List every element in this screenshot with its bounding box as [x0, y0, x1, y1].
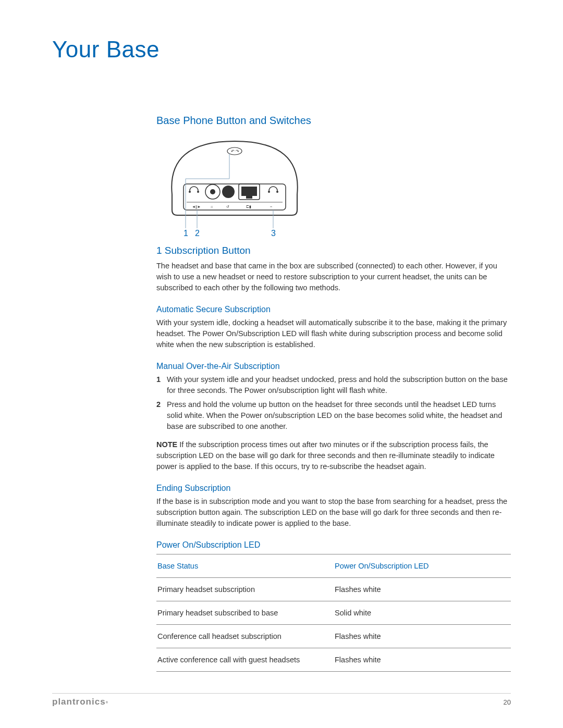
svg-point-11 [268, 191, 270, 193]
page-number: 20 [504, 698, 511, 706]
note-paragraph: NOTE If the subscription process times o… [156, 439, 511, 472]
led-cell: Solid white [334, 601, 511, 625]
diagram-callout-1: 1 [183, 229, 188, 238]
svg-text:⊏▮: ⊏▮ [246, 205, 251, 208]
table-row: Active conference call with guest headse… [156, 648, 511, 672]
svg-text:☼: ☼ [210, 205, 213, 208]
step-text: Press and hold the volume up button on t… [167, 399, 511, 432]
step-number: 2 [156, 399, 163, 432]
status-cell: Conference call headset subscription [156, 625, 334, 648]
auto-subscription-text: With your system idle, docking a headset… [156, 317, 511, 350]
svg-point-7 [222, 186, 235, 198]
svg-text:↺: ↺ [226, 205, 229, 208]
svg-text:◄||►: ◄||► [192, 205, 201, 209]
status-cell: Primary headset subscribed to base [156, 601, 334, 625]
table-row: Primary headset subscription Flashes whi… [156, 578, 511, 601]
status-cell: Primary headset subscription [156, 578, 334, 601]
led-cell: Flashes white [334, 625, 511, 648]
svg-text:⎓: ⎓ [270, 205, 273, 208]
svg-point-6 [210, 189, 215, 194]
led-status-table: Base Status Power On/Subscription LED Pr… [156, 554, 511, 672]
svg-point-4 [197, 191, 199, 193]
table-header-status: Base Status [156, 554, 334, 578]
manual-step-2: 2 Press and hold the volume up button on… [156, 399, 511, 432]
section-subscription-button-heading: 1 Subscription Button [156, 245, 511, 256]
note-label: NOTE [156, 440, 177, 449]
subscription-intro-text: The headset and base that came in the bo… [156, 261, 511, 293]
table-row: Conference call headset subscription Fla… [156, 625, 511, 648]
auto-subscription-heading: Automatic Secure Subscription [156, 305, 511, 314]
step-text: With your system idle and your headset u… [167, 374, 511, 396]
diagram-callout-2: 2 [195, 229, 200, 238]
led-cell: Flashes white [334, 578, 511, 601]
section-base-phone-heading: Base Phone Button and Switches [156, 115, 511, 127]
manual-subscription-heading: Manual Over-the-Air Subscription [156, 362, 511, 371]
led-cell: Flashes white [334, 648, 511, 672]
svg-point-12 [276, 191, 278, 193]
base-diagram-svg: ↶ ↷ [156, 132, 313, 239]
led-heading: Power On/Subscription LED [156, 540, 511, 550]
note-text: If the subscription process times out af… [156, 440, 495, 471]
table-header-led: Power On/Subscription LED [334, 554, 511, 578]
ending-subscription-heading: Ending Subscription [156, 484, 511, 493]
page-title: Your Base [52, 36, 511, 63]
base-diagram: ↶ ↷ [156, 132, 511, 241]
step-number: 1 [156, 374, 163, 396]
diagram-callout-3: 3 [271, 229, 276, 238]
status-cell: Active conference call with guest headse… [156, 648, 334, 672]
svg-rect-9 [241, 187, 257, 196]
table-row: Primary headset subscribed to base Solid… [156, 601, 511, 625]
svg-rect-10 [246, 196, 252, 199]
manual-step-1: 1 With your system idle and your headset… [156, 374, 511, 396]
page-footer: plantronics® 20 [52, 693, 511, 707]
ending-subscription-text: If the base is in subscription mode and … [156, 496, 511, 529]
brand-logo: plantronics® [52, 697, 108, 707]
svg-point-3 [189, 191, 191, 193]
content-area: Base Phone Button and Switches ↶ ↷ [156, 115, 511, 672]
svg-text:↶ ↷: ↶ ↷ [231, 149, 239, 154]
